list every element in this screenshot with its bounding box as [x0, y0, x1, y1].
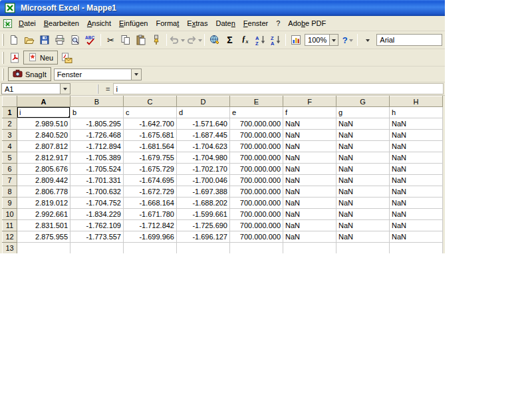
cell-G7[interactable]: NaN	[336, 175, 390, 186]
zoom-combobox[interactable]: 100%	[305, 34, 338, 46]
chart-wizard-button[interactable]	[288, 33, 303, 47]
cell-A5[interactable]: 2.812.917	[17, 152, 70, 164]
cell-D13[interactable]	[177, 243, 230, 254]
cell-E1[interactable]: e	[230, 107, 283, 118]
cell-F8[interactable]: NaN	[283, 186, 336, 198]
cell-F2[interactable]: NaN	[283, 118, 336, 130]
cell-F6[interactable]: NaN	[283, 164, 336, 175]
cell-D4[interactable]: -1.704.623	[177, 141, 230, 152]
cell-D5[interactable]: -1.704.980	[177, 152, 230, 164]
cell-C10[interactable]: -1.671.780	[124, 209, 177, 220]
menu-item-fenster[interactable]: Fenster	[239, 17, 272, 29]
row-header-1[interactable]: 1	[3, 107, 17, 118]
cell-D8[interactable]: -1.697.388	[177, 186, 230, 198]
cell-C3[interactable]: -1.675.681	[124, 130, 177, 141]
cell-H7[interactable]: NaN	[390, 175, 443, 186]
cell-H13[interactable]	[390, 243, 443, 254]
cell-B1[interactable]: b	[70, 107, 124, 118]
cell-H6[interactable]: NaN	[390, 164, 443, 175]
row-header-4[interactable]: 4	[3, 141, 17, 152]
menu-item-format[interactable]: Format	[152, 17, 183, 29]
new-document-button[interactable]	[7, 33, 22, 47]
column-header-B[interactable]: B	[70, 96, 124, 107]
cell-F7[interactable]: NaN	[283, 175, 336, 186]
column-header-D[interactable]: D	[177, 96, 230, 107]
cell-G12[interactable]: NaN	[336, 231, 390, 243]
cell-H1[interactable]: h	[390, 107, 443, 118]
cell-B10[interactable]: -1.834.229	[70, 209, 124, 220]
cell-F1[interactable]: f	[283, 107, 336, 118]
row-header-13[interactable]: 13	[3, 243, 17, 254]
menu-item-einf-gen[interactable]: Einfügen	[115, 17, 152, 29]
cell-C7[interactable]: -1.674.695	[124, 175, 177, 186]
toolbar-grip[interactable]	[2, 52, 4, 64]
cell-E7[interactable]: 700.000.000	[230, 175, 283, 186]
cell-C1[interactable]: c	[124, 107, 177, 118]
cell-A4[interactable]: 2.807.812	[17, 141, 70, 152]
cell-B4[interactable]: -1.712.894	[70, 141, 124, 152]
save-button[interactable]	[37, 33, 53, 47]
menu-item-ansicht[interactable]: Ansicht	[83, 17, 115, 29]
cell-G10[interactable]: NaN	[336, 209, 390, 220]
copy-button[interactable]	[118, 33, 134, 47]
cell-A2[interactable]: 2.989.510	[17, 118, 70, 130]
cell-H11[interactable]: NaN	[390, 220, 443, 231]
cell-D10[interactable]: -1.599.661	[177, 209, 230, 220]
row-header-10[interactable]: 10	[3, 209, 17, 220]
cell-C2[interactable]: -1.642.700	[124, 118, 177, 130]
cell-D6[interactable]: -1.702.170	[177, 164, 230, 175]
cell-F13[interactable]	[283, 243, 336, 254]
cell-G2[interactable]: NaN	[336, 118, 390, 130]
toolbar-options-button[interactable]	[360, 33, 375, 47]
name-box[interactable]: A1	[1, 83, 70, 94]
cell-B9[interactable]: -1.704.752	[70, 198, 124, 209]
print-preview-button[interactable]	[68, 33, 83, 47]
cell-F3[interactable]: NaN	[283, 130, 336, 141]
cell-A10[interactable]: 2.992.661	[17, 209, 70, 220]
row-header-12[interactable]: 12	[3, 231, 17, 243]
cell-C4[interactable]: -1.681.564	[124, 141, 177, 152]
cell-G1[interactable]: g	[336, 107, 390, 118]
select-all-button[interactable]	[3, 96, 17, 107]
cell-B2[interactable]: -1.805.295	[70, 118, 124, 130]
cell-F9[interactable]: NaN	[283, 198, 336, 209]
font-combobox[interactable]: Arial	[376, 34, 442, 46]
cell-H2[interactable]: NaN	[390, 118, 443, 130]
row-header-9[interactable]: 9	[3, 198, 17, 209]
convert-to-pdf-icon[interactable]	[7, 51, 22, 65]
cell-D1[interactable]: d	[177, 107, 230, 118]
cell-D2[interactable]: -1.571.640	[177, 118, 230, 130]
cell-B6[interactable]: -1.705.524	[70, 164, 124, 175]
cell-B8[interactable]: -1.700.632	[70, 186, 124, 198]
cell-G9[interactable]: NaN	[336, 198, 390, 209]
cell-D12[interactable]: -1.696.127	[177, 231, 230, 243]
cell-H9[interactable]: NaN	[390, 198, 443, 209]
toolbar-grip[interactable]	[2, 68, 4, 80]
cell-F4[interactable]: NaN	[283, 141, 336, 152]
cell-A12[interactable]: 2.875.955	[17, 231, 70, 243]
snagit-mode-dropdown-arrow[interactable]	[131, 69, 141, 80]
cell-D9[interactable]: -1.688.202	[177, 198, 230, 209]
cell-G3[interactable]: NaN	[336, 130, 390, 141]
cell-E11[interactable]: 700.000.000	[230, 220, 283, 231]
formula-input[interactable]: i	[113, 83, 444, 94]
cell-F11[interactable]: NaN	[283, 220, 336, 231]
menu-item-adobe-pdf[interactable]: Adobe PDF	[284, 17, 330, 29]
cell-E13[interactable]	[230, 243, 283, 254]
spelling-button[interactable]: ABC	[83, 33, 98, 47]
cell-F12[interactable]: NaN	[283, 231, 336, 243]
edit-formula-button[interactable]: =	[102, 85, 113, 93]
redo-button[interactable]	[186, 33, 202, 47]
cell-E4[interactable]: 700.000.000	[230, 141, 283, 152]
undo-button[interactable]	[169, 33, 186, 47]
zoom-dropdown-arrow[interactable]	[329, 35, 338, 45]
row-header-7[interactable]: 7	[3, 175, 17, 186]
cell-E9[interactable]: 700.000.000	[230, 198, 283, 209]
cell-F10[interactable]: NaN	[283, 209, 336, 220]
cell-D7[interactable]: -1.700.046	[177, 175, 230, 186]
autosum-button[interactable]: Σ	[222, 33, 237, 47]
paste-button[interactable]	[134, 33, 149, 47]
cell-B7[interactable]: -1.701.331	[70, 175, 124, 186]
convert-to-pdf-email-icon[interactable]	[59, 51, 74, 65]
pdf-neu-button[interactable]: Neu	[23, 51, 58, 65]
